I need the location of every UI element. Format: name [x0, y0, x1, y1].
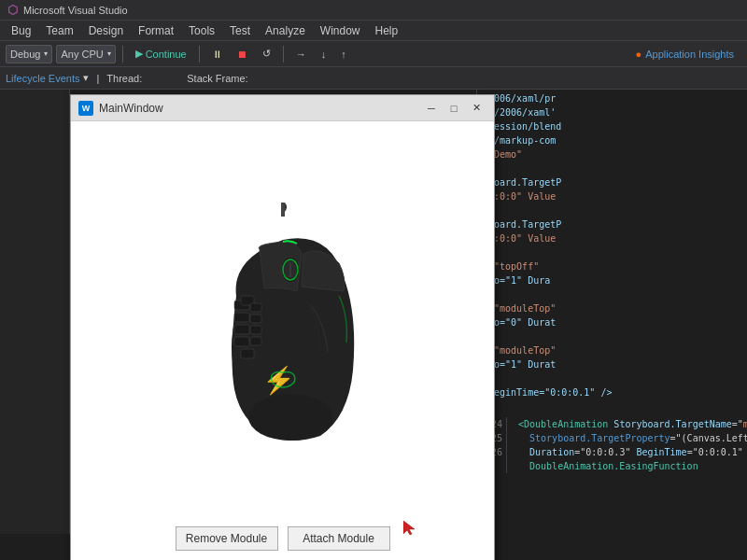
code-line-6	[481, 161, 747, 175]
svg-text:⚡: ⚡	[261, 365, 294, 396]
step-out-button[interactable]: ↑	[335, 47, 352, 62]
restart-button[interactable]: ↺	[257, 46, 276, 62]
cpu-dropdown[interactable]: Any CPU ▾	[56, 45, 115, 63]
mouse-display-area: ⚡	[90, 140, 475, 526]
code-line-11: 0:0:0" Value	[481, 231, 747, 245]
main-window-dialog: W MainWindow ─ □ ✕	[70, 94, 495, 560]
code-line-17: To="0" Durat	[481, 315, 747, 329]
code-line-21	[481, 371, 747, 385]
code-line-19: ="moduleTop"	[481, 343, 747, 357]
minimize-button[interactable]: ─	[421, 100, 442, 117]
code-line-14: To="1" Dura	[481, 273, 747, 287]
step-into-icon: ↓	[321, 49, 327, 60]
code-numbered-4: DoubleAnimation.EasingFunction	[511, 459, 747, 473]
code-line-2: x/2006/xaml'	[481, 105, 747, 119]
svg-rect-14	[250, 326, 261, 334]
chevron-down-icon: ▾	[44, 49, 48, 58]
menu-design[interactable]: Design	[81, 22, 131, 39]
code-line-3: ression/blend	[481, 119, 747, 133]
thread-label: Thread:	[106, 73, 142, 84]
dialog-titlebar: W MainWindow ─ □ ✕	[71, 95, 494, 121]
svg-rect-11	[241, 349, 254, 358]
stop-button[interactable]: ⏹	[232, 47, 253, 62]
continue-button[interactable]: ▶ Continue	[130, 46, 192, 62]
code-line-18	[481, 329, 747, 343]
close-button[interactable]: ✕	[466, 100, 486, 117]
menu-analyze[interactable]: Analyze	[258, 22, 313, 39]
code-line-9	[481, 203, 747, 217]
menu-bug[interactable]: Bug	[4, 22, 38, 39]
svg-rect-12	[250, 303, 261, 312]
menubar: Bug Team Design Format Tools Test Analyz…	[0, 21, 747, 41]
stop-icon: ⏹	[237, 49, 247, 60]
maximize-button[interactable]: □	[444, 100, 464, 117]
app-insights-button[interactable]: ● Application Insights	[628, 47, 741, 62]
code-line-7: board.TargetP	[481, 175, 747, 189]
chevron-down-icon: ▾	[107, 49, 111, 58]
vs-logo-icon: ⬡	[7, 3, 18, 17]
svg-point-17	[248, 394, 332, 441]
code-line-8: 0:0:0" Value	[481, 189, 747, 203]
code-numbered-section: 24 25 26 <DoubleAnimation Storyboard.Tar…	[481, 417, 747, 473]
toolbar-separator	[122, 46, 123, 63]
code-line-10: board.TargetP	[481, 217, 747, 231]
code-line-5: _Demo"	[481, 147, 747, 161]
debug-config-dropdown[interactable]: Debug ▾	[6, 45, 52, 63]
dialog-title: MainWindow	[99, 102, 163, 115]
code-line-22	[481, 399, 747, 413]
toolbar-separator-3	[283, 46, 284, 63]
dialog-button-group: Remove Module Attach Module	[176, 526, 390, 551]
second-toolbar: Lifecycle Events ▾ | Thread: Stack Frame…	[0, 67, 747, 90]
lifecycle-label: Lifecycle Events	[6, 73, 79, 84]
menu-tools[interactable]: Tools	[181, 22, 222, 39]
app-title: Microsoft Visual Studio	[23, 5, 128, 16]
menu-team[interactable]: Team	[38, 22, 80, 39]
menu-window[interactable]: Window	[313, 22, 368, 39]
dialog-icon: W	[78, 101, 93, 116]
code-line-12	[481, 245, 747, 259]
titlebar: ⬡ Microsoft Visual Studio	[0, 0, 747, 21]
stack-frame-label: Stack Frame:	[187, 73, 247, 84]
step-over-button[interactable]: →	[290, 47, 312, 62]
svg-rect-7	[234, 313, 249, 322]
pause-button[interactable]: ⏸	[206, 47, 228, 62]
dialog-controls: ─ □ ✕	[421, 100, 486, 117]
svg-rect-9	[234, 337, 249, 346]
step-into-button[interactable]: ↓	[316, 47, 332, 62]
attach-module-button[interactable]: Attach Module	[288, 526, 390, 551]
code-line-1: 2006/xaml/pr	[481, 91, 747, 105]
code-line-15	[481, 287, 747, 301]
code-numbered-3: Duration="0:0:0.3" BeginTime="0:0:0.1" /…	[511, 445, 747, 459]
step-over-icon: →	[296, 49, 306, 60]
dropdown-arrow-lifecycle: ▾	[83, 72, 89, 84]
code-line-16: ="moduleTop"	[481, 301, 747, 315]
remove-module-button[interactable]: Remove Module	[176, 526, 278, 551]
mouse-image: ⚡	[190, 203, 376, 464]
main-area: W MainWindow ─ □ ✕	[0, 90, 747, 534]
code-line-4: g/markup-com	[481, 133, 747, 147]
menu-format[interactable]: Format	[131, 22, 181, 39]
debug-toolbar: Debug ▾ Any CPU ▾ ▶ Continue ⏸ ⏹ ↺ → ↓ ↑…	[0, 41, 747, 67]
step-out-icon: ↑	[341, 49, 346, 60]
code-line-13: ="topOff"	[481, 259, 747, 273]
pause-icon: ⏸	[212, 49, 222, 60]
code-line-20: To="1" Durat	[481, 357, 747, 371]
play-icon: ▶	[135, 48, 143, 60]
code-editor: 2006/xaml/pr x/2006/xaml' ression/blend …	[476, 90, 747, 534]
svg-rect-13	[250, 315, 261, 323]
svg-rect-15	[250, 337, 261, 345]
code-numbered-1: <DoubleAnimation Storyboard.TargetName="…	[511, 417, 747, 431]
toolbar-separator-2	[199, 46, 200, 63]
app-insights-icon: ●	[636, 49, 642, 60]
restart-icon: ↺	[262, 48, 271, 60]
menu-help[interactable]: Help	[368, 22, 406, 39]
menu-test[interactable]: Test	[222, 22, 258, 39]
left-panel	[0, 90, 70, 534]
dialog-body: ⚡ Remove Module At	[71, 121, 494, 560]
toolbar2-separator: |	[96, 73, 99, 84]
code-numbered-2: Storyboard.TargetProperty="(Canvas.Left)…	[511, 431, 747, 445]
svg-rect-8	[234, 325, 249, 334]
code-line-21b: BeginTime="0:0:0.1" />	[481, 385, 747, 399]
